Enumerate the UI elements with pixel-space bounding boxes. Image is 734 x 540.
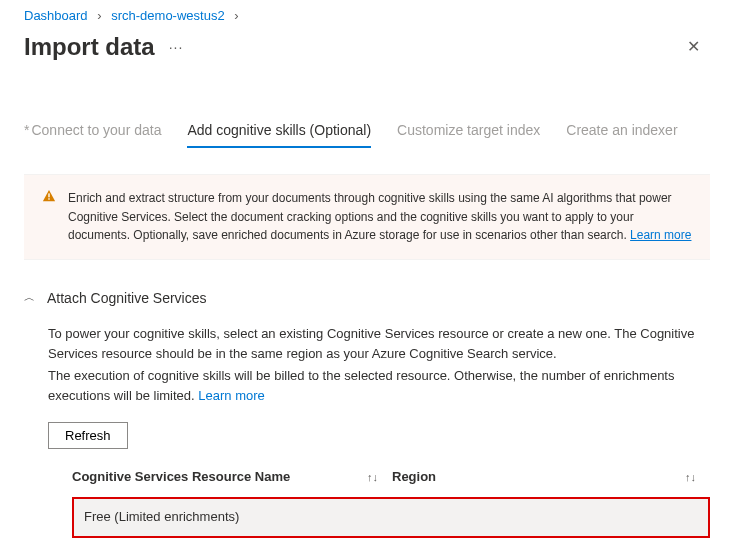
sort-icon[interactable]: ↑↓ [367,469,378,486]
tab-add-cognitive-skills[interactable]: Add cognitive skills (Optional) [187,116,371,148]
warning-icon [42,189,56,245]
column-header-name[interactable]: Cognitive Services Resource Name [72,467,290,487]
resources-table: Cognitive Services Resource Name ↑↓ Regi… [72,461,710,540]
chevron-right-icon: › [97,8,101,23]
cell-region [404,507,698,527]
tab-label: Create an indexer [566,122,677,138]
tab-label: Add cognitive skills (Optional) [187,122,371,138]
attach-cognitive-services-section: ︿ Attach Cognitive Services To power you… [0,282,734,540]
tab-label: Customize target index [397,122,540,138]
breadcrumb-current[interactable]: srch-demo-westus2 [111,8,224,23]
close-icon[interactable]: ✕ [677,31,710,62]
info-text: Enrich and extract structure from your d… [68,189,692,245]
page-title: Import data [24,33,155,61]
tab-create-indexer[interactable]: Create an indexer [566,116,677,148]
tab-customize-index[interactable]: Customize target index [397,116,540,148]
required-indicator: * [24,122,29,138]
svg-rect-2 [48,198,49,199]
sort-icon[interactable]: ↑↓ [685,469,696,486]
chevron-right-icon: › [234,8,238,23]
table-row[interactable]: Free (Limited enrichments) [72,497,710,537]
column-header-region[interactable]: Region [392,467,436,487]
more-icon[interactable]: ··· [169,39,184,55]
chevron-up-icon: ︿ [24,290,35,305]
section-title: Attach Cognitive Services [47,290,207,306]
cell-resource-name: Free (Limited enrichments) [84,507,404,527]
svg-rect-1 [48,193,49,197]
page-header: Import data ··· ✕ [0,27,734,80]
info-banner: Enrich and extract structure from your d… [24,174,710,260]
section-description-2: The execution of cognitive skills will b… [48,366,710,406]
breadcrumb: Dashboard › srch-demo-westus2 › [0,0,734,27]
section-description-1: To power your cognitive skills, select a… [48,324,710,364]
breadcrumb-root[interactable]: Dashboard [24,8,88,23]
wizard-tabs: *Connect to your data Add cognitive skil… [0,116,734,148]
refresh-button[interactable]: Refresh [48,422,128,449]
section-learn-more-link[interactable]: Learn more [198,388,264,403]
info-learn-more-link[interactable]: Learn more [630,228,691,242]
section-body: To power your cognitive skills, select a… [24,324,710,540]
table-header: Cognitive Services Resource Name ↑↓ Regi… [72,461,710,497]
tab-label: Connect to your data [31,122,161,138]
tab-connect-data[interactable]: *Connect to your data [24,116,161,148]
section-toggle[interactable]: ︿ Attach Cognitive Services [24,282,710,314]
